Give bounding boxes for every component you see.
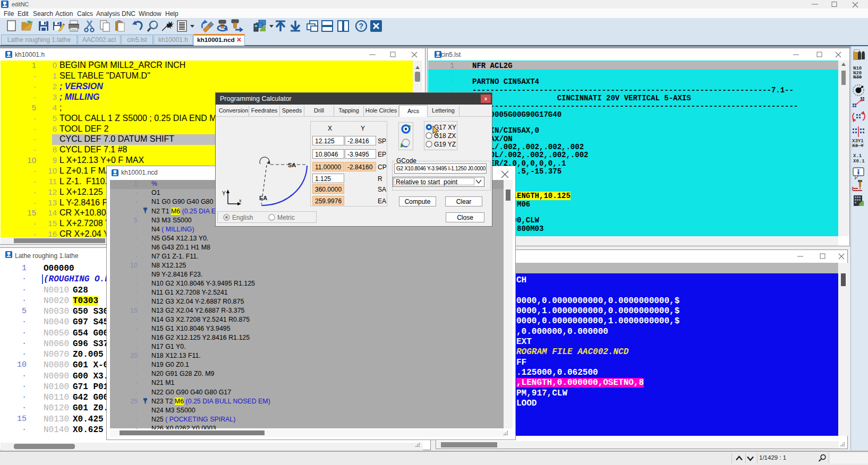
svg-text:SA: SA xyxy=(288,162,296,168)
svg-text:Y: Y xyxy=(222,191,226,196)
svg-text:EA: EA xyxy=(259,195,267,201)
svg-text:?: ? xyxy=(359,22,364,30)
svg-text:x: x xyxy=(239,198,242,203)
